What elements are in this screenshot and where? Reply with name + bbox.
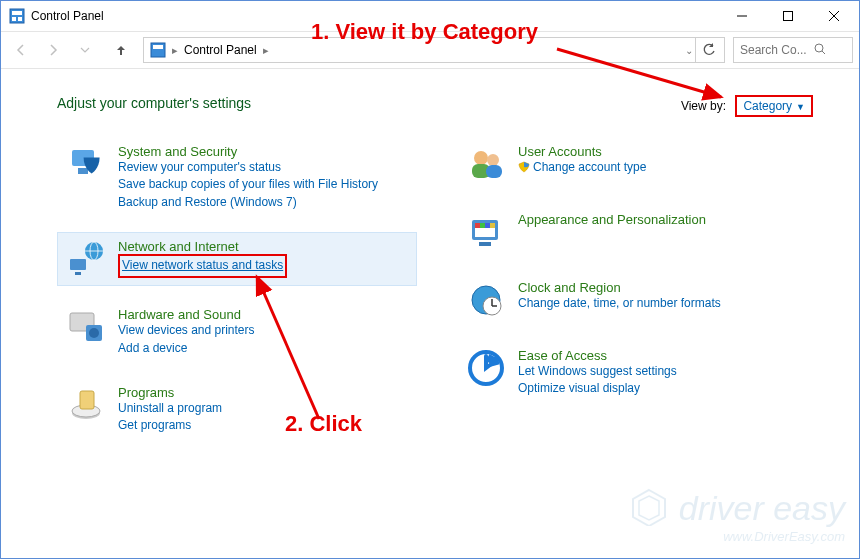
- watermark-url: www.DriverEasy.com: [629, 529, 845, 544]
- breadcrumb[interactable]: Control Panel: [180, 43, 261, 57]
- appearance-icon: [466, 212, 506, 252]
- category-user-accounts[interactable]: User Accounts Change account type: [457, 137, 817, 191]
- annotation-step-1: 1. View it by Category: [311, 19, 538, 45]
- category-link[interactable]: Let Windows suggest settings: [518, 363, 677, 380]
- category-column-left: System and Security Review your computer…: [57, 137, 417, 442]
- svg-line-7: [829, 11, 839, 21]
- search-box[interactable]: [733, 37, 853, 63]
- annotation-step-2: 2. Click: [285, 411, 362, 437]
- category-appearance-personalization[interactable]: Appearance and Personalization: [457, 205, 817, 259]
- svg-rect-18: [75, 272, 81, 275]
- svg-point-25: [474, 151, 488, 165]
- category-title[interactable]: Hardware and Sound: [118, 307, 255, 322]
- category-ease-of-access[interactable]: Ease of Access Let Windows suggest setti…: [457, 341, 817, 405]
- content-area: Adjust your computer's settings View by:…: [1, 69, 859, 442]
- category-title[interactable]: Clock and Region: [518, 280, 721, 295]
- svg-rect-34: [490, 223, 495, 228]
- system-security-icon: [66, 144, 106, 184]
- category-link[interactable]: Review your computer's status: [118, 159, 378, 176]
- view-by-dropdown[interactable]: Category▼: [735, 95, 813, 117]
- svg-line-6: [829, 11, 839, 21]
- svg-rect-13: [78, 168, 88, 174]
- category-hardware-and-sound[interactable]: Hardware and Sound View devices and prin…: [57, 300, 417, 364]
- forward-button[interactable]: [39, 36, 67, 64]
- category-title[interactable]: Appearance and Personalization: [518, 212, 706, 227]
- clock-region-icon: [466, 280, 506, 320]
- close-button[interactable]: [811, 1, 857, 31]
- programs-icon: [66, 385, 106, 425]
- svg-rect-1: [12, 11, 22, 15]
- view-by-control: View by: Category▼: [681, 99, 813, 113]
- svg-rect-33: [485, 223, 490, 228]
- watermark-logo-icon: [629, 486, 669, 529]
- network-internet-icon: [66, 239, 106, 279]
- maximize-button[interactable]: [765, 1, 811, 31]
- category-programs[interactable]: Programs Uninstall a program Get program…: [57, 378, 417, 442]
- svg-rect-9: [153, 45, 163, 49]
- chevron-down-icon: ▼: [796, 102, 805, 112]
- category-network-and-internet[interactable]: Network and Internet View network status…: [57, 232, 417, 286]
- svg-rect-31: [475, 223, 480, 228]
- dropdown-icon[interactable]: ⌄: [685, 45, 693, 56]
- control-panel-icon: [150, 42, 166, 58]
- svg-rect-5: [784, 12, 793, 21]
- category-title[interactable]: User Accounts: [518, 144, 646, 159]
- svg-rect-28: [486, 165, 502, 178]
- category-link[interactable]: View devices and printers: [118, 322, 255, 339]
- svg-rect-2: [12, 17, 16, 21]
- window-title: Control Panel: [31, 9, 104, 23]
- category-clock-and-region[interactable]: Clock and Region Change date, time, or n…: [457, 273, 817, 327]
- category-link[interactable]: Change account type: [518, 159, 646, 176]
- search-icon[interactable]: [814, 43, 826, 58]
- refresh-button[interactable]: [695, 38, 722, 62]
- svg-point-10: [815, 44, 823, 52]
- category-title[interactable]: Programs: [118, 385, 222, 400]
- category-title[interactable]: Network and Internet: [118, 239, 287, 254]
- category-link[interactable]: Backup and Restore (Windows 7): [118, 194, 378, 211]
- search-input[interactable]: [738, 42, 814, 58]
- svg-point-21: [89, 328, 99, 338]
- link-view-network-status[interactable]: View network status and tasks: [118, 254, 287, 277]
- category-link[interactable]: Change date, time, or number formats: [518, 295, 721, 312]
- svg-marker-45: [639, 496, 659, 520]
- svg-rect-17: [70, 259, 86, 270]
- category-link[interactable]: Save backup copies of your files with Fi…: [118, 176, 378, 193]
- category-title[interactable]: System and Security: [118, 144, 378, 159]
- category-column-right: User Accounts Change account type Appear…: [457, 137, 817, 442]
- minimize-button[interactable]: [719, 1, 765, 31]
- svg-rect-3: [18, 17, 22, 21]
- svg-rect-32: [480, 223, 485, 228]
- category-system-and-security[interactable]: System and Security Review your computer…: [57, 137, 417, 218]
- category-link[interactable]: Uninstall a program: [118, 400, 222, 417]
- watermark-brand: driver easy: [679, 489, 845, 527]
- svg-point-27: [487, 154, 499, 166]
- category-title[interactable]: Ease of Access: [518, 348, 677, 363]
- chevron-right-icon[interactable]: ▸: [263, 44, 269, 57]
- recent-locations-button[interactable]: [71, 36, 99, 64]
- svg-rect-24: [80, 391, 94, 409]
- view-by-label: View by:: [681, 99, 726, 113]
- chevron-right-icon[interactable]: ▸: [172, 44, 178, 57]
- hardware-sound-icon: [66, 307, 106, 347]
- back-button[interactable]: [7, 36, 35, 64]
- view-by-value: Category: [743, 99, 792, 113]
- ease-of-access-icon: [466, 348, 506, 388]
- category-link[interactable]: Get programs: [118, 417, 222, 434]
- watermark: driver easy www.DriverEasy.com: [629, 486, 845, 544]
- svg-line-11: [822, 51, 825, 54]
- up-button[interactable]: [107, 36, 135, 64]
- category-link[interactable]: Add a device: [118, 340, 255, 357]
- category-link[interactable]: Optimize visual display: [518, 380, 677, 397]
- svg-rect-35: [479, 242, 491, 246]
- user-accounts-icon: [466, 144, 506, 184]
- uac-shield-icon: [518, 161, 530, 173]
- control-panel-icon: [9, 8, 25, 24]
